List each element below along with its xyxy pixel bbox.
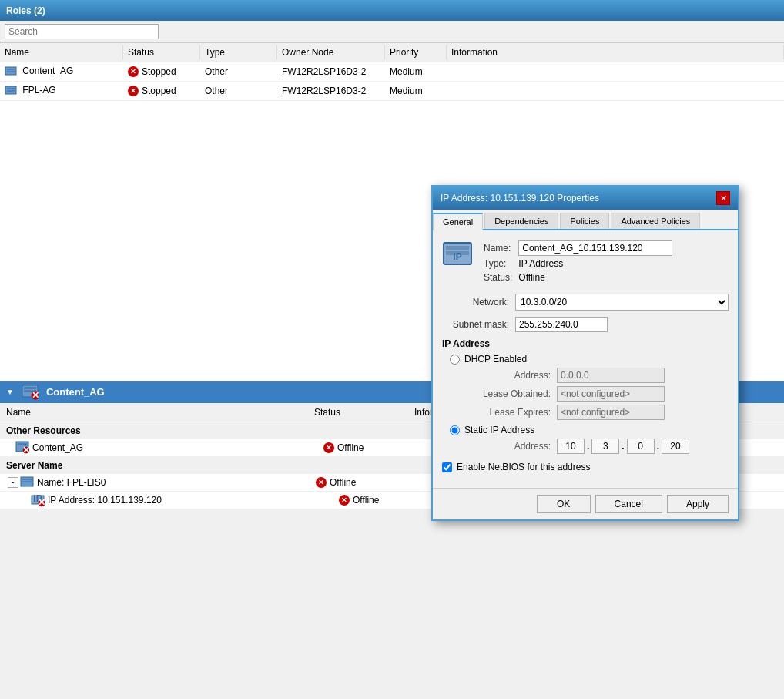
dhcp-radio-row: DHCP Enabled [450,354,729,365]
ip-properties-dialog: IP Address: 10.151.139.120 Properties ✕ … [431,185,739,521]
dialog-title-text: IP Address: 10.151.139.120 Properties [441,193,599,203]
network-select[interactable]: 10.3.0.0/20 [515,294,729,311]
role-name: Content_AG [22,66,73,76]
col-header-owner: Owner Node [277,45,385,59]
title-bar: Roles (2) [0,0,784,21]
server-icon [5,66,17,78]
dialog-content: IP Name: Type: IP Address [433,230,738,488]
dialog-close-button[interactable]: ✕ [716,191,730,205]
ip-octet-1[interactable] [557,439,585,454]
table-row[interactable]: FPL-AG ✕ Stopped Other FW12R2LSP16D3-2 M… [0,82,784,101]
dialog-buttons: OK Cancel Apply [433,488,738,519]
static-sub-form: Address: . . . [468,439,729,454]
cancel-button[interactable]: Cancel [595,495,662,513]
tab-dependencies[interactable]: Dependencies [484,213,558,229]
offline-icon: ✕ [316,477,327,488]
server-status-text: Offline [330,477,356,488]
svg-rect-17 [22,481,32,482]
netbios-checkbox[interactable] [442,462,452,472]
static-address-row: Address: . . . [468,439,729,454]
svg-rect-1 [7,69,15,70]
svg-rect-16 [22,479,32,480]
lease-expires-label: Lease Expires: [468,407,557,418]
svg-rect-23 [446,246,469,250]
svg-text:✕: ✕ [32,390,39,400]
svg-text:IP: IP [453,251,461,262]
collapse-button[interactable]: ▼ [6,388,14,396]
status-text: Stopped [142,86,176,96]
netbios-row: Enable NetBIOS for this address [442,462,729,472]
table-row[interactable]: Content_AG ✕ Stopped Other FW12R2LSP16D3… [0,62,784,82]
status-text: Stopped [142,66,176,77]
row-name: FPL-AG [0,83,123,99]
tab-general[interactable]: General [433,213,483,230]
table-header: Name Status Type Owner Node Priority Inf… [0,43,784,62]
ip-dot-3: . [656,441,660,452]
lease-expires-input [557,405,665,420]
status-field-value: Offline [515,271,675,284]
tab-advanced-policies[interactable]: Advanced Policies [611,213,700,229]
lease-obtained-label: Lease Obtained: [468,388,557,399]
subnet-input-container [515,317,729,332]
static-address-label: Address: [468,441,557,452]
ip-dot-1: . [586,441,590,452]
bottom-panel-title: Content_AG [46,386,105,398]
row-owner: FW12R2LSP16D3-2 [277,65,385,79]
row-status: ✕ Stopped [123,65,200,79]
search-input[interactable] [5,24,159,39]
row-name: Content_AG [0,64,123,79]
network-label: Network: [442,297,515,307]
row-owner: FW12R2LSP16D3-2 [277,84,385,98]
content-ag-icon: ✕ [22,385,39,400]
resource-name: Content_AG [32,442,83,453]
search-bar [0,21,784,43]
col-header-info: Information [447,45,784,59]
radio-group: DHCP Enabled Address: Lease Obtained: Le… [450,354,729,454]
server-icon [20,476,34,489]
tab-policies[interactable]: Policies [560,213,609,229]
apply-button[interactable]: Apply [667,495,729,513]
ip-dot-2: . [621,441,625,452]
static-radio[interactable] [450,425,460,435]
name-input[interactable] [518,240,672,256]
offline-icon: ✕ [339,495,350,506]
address-input [557,368,665,383]
static-label: Static IP Address [464,425,534,435]
ip-address-section-label: IP Address [442,338,729,349]
svg-rect-4 [7,88,15,89]
ip-icon: IP ✕ [31,493,45,507]
tree-expand-icon[interactable]: - [8,477,18,488]
ip-octet-4[interactable] [662,439,689,454]
dhcp-radio[interactable] [450,355,460,365]
bt-col-name: Name [0,405,308,419]
col-header-type: Type [200,45,277,59]
svg-rect-7 [24,387,36,389]
row-type: Other [200,84,277,98]
subnet-row: Subnet mask: [442,317,729,332]
ip-octet-2[interactable] [591,439,619,454]
dhcp-label: DHCP Enabled [464,354,527,365]
server-status: ✕ Offline [316,477,416,488]
ip-name-cell: IP ✕ IP Address: 10.151.139.120 [31,493,339,507]
col-header-priority: Priority [385,45,447,59]
network-input-container: 10.3.0.0/20 [515,294,729,311]
dialog-title-bar: IP Address: 10.151.139.120 Properties ✕ [433,187,738,210]
subnet-input[interactable] [515,317,608,332]
netbios-label: Enable NetBIOS for this address [457,462,590,472]
static-radio-row: Static IP Address [450,425,729,435]
resource-status-text: Offline [337,442,364,453]
bt-col-status: Status [308,405,408,419]
stopped-icon: ✕ [128,66,139,77]
svg-text:✕: ✕ [38,497,45,507]
col-header-name: Name [0,45,123,59]
dialog-overlay: IP Address: 10.151.139.120 Properties ✕ … [431,185,739,521]
ip-octet-3[interactable] [627,439,655,454]
row-info [447,89,784,92]
resource-info: Name: Type: IP Address Status: Offline [481,240,675,284]
network-row: Network: 10.3.0.0/20 [442,294,729,311]
ok-button[interactable]: OK [537,495,591,513]
address-row: Address: [468,368,729,383]
lease-obtained-input [557,386,665,402]
dhcp-sub-form: Address: Lease Obtained: Lease Expires: [468,368,729,420]
dialog-tabs: General Dependencies Policies Advanced P… [433,210,738,230]
